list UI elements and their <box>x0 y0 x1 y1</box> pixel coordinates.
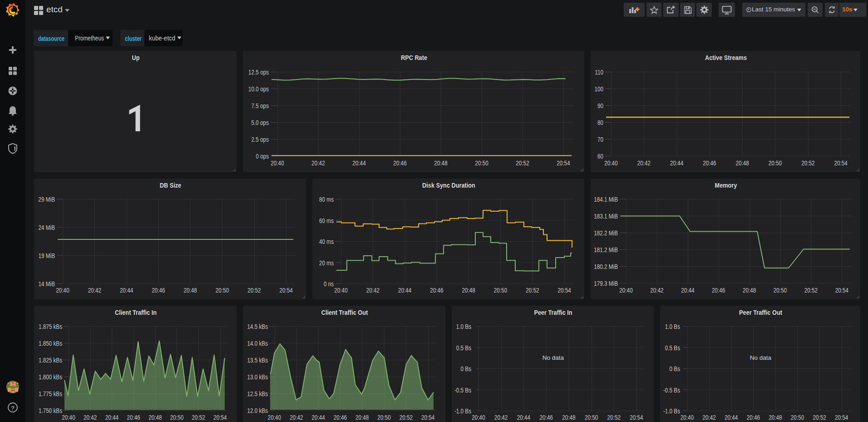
svg-text:20:50: 20:50 <box>475 159 488 167</box>
svg-text:20:48: 20:48 <box>355 413 369 421</box>
svg-text:20:44: 20:44 <box>398 286 411 294</box>
svg-text:0 Bs: 0 Bs <box>670 365 680 372</box>
svg-text:29 MiB: 29 MiB <box>39 195 55 203</box>
svg-text:Client Traffic Out: Client Traffic Out <box>321 309 368 316</box>
svg-text:5.0 ops: 5.0 ops <box>252 119 269 126</box>
svg-text:20:54: 20:54 <box>834 159 847 167</box>
svg-text:182.2 MiB: 182.2 MiB <box>594 229 618 237</box>
svg-text:181.2 MiB: 181.2 MiB <box>594 246 618 253</box>
svg-text:Memory: Memory <box>715 182 737 189</box>
svg-text:1.850 kBs: 1.850 kBs <box>39 339 62 347</box>
svg-text:20:52: 20:52 <box>801 159 814 167</box>
svg-text:20:46: 20:46 <box>127 413 140 421</box>
svg-text:80 ms: 80 ms <box>319 195 334 203</box>
svg-text:20:42: 20:42 <box>494 413 508 421</box>
svg-text:1.775 kBs: 1.775 kBs <box>39 390 62 397</box>
svg-text:No data: No data <box>542 354 564 361</box>
svg-text:14.5 kBs: 14.5 kBs <box>247 323 268 330</box>
svg-text:-1.0 Bs: -1.0 Bs <box>663 407 680 415</box>
svg-text:20:44: 20:44 <box>725 413 738 421</box>
svg-text:20:42: 20:42 <box>637 159 651 167</box>
svg-text:20:40: 20:40 <box>271 159 284 167</box>
svg-text:20:48: 20:48 <box>434 159 447 167</box>
svg-text:Client Traffic In: Client Traffic In <box>115 309 157 316</box>
svg-text:20:42: 20:42 <box>88 286 101 294</box>
svg-text:40 ms: 40 ms <box>319 238 334 245</box>
svg-text:100: 100 <box>595 85 604 93</box>
svg-text:20:40: 20:40 <box>268 413 281 421</box>
svg-text:60: 60 <box>597 152 603 160</box>
svg-text:184.1 MiB: 184.1 MiB <box>594 195 618 203</box>
svg-text:20:46: 20:46 <box>430 286 443 294</box>
svg-text:20:50: 20:50 <box>769 159 782 167</box>
svg-text:20:44: 20:44 <box>681 286 694 294</box>
svg-text:Peer Traffic Out: Peer Traffic Out <box>739 309 782 316</box>
svg-text:20:52: 20:52 <box>247 286 261 294</box>
svg-text:20:42: 20:42 <box>84 413 97 421</box>
svg-text:Peer Traffic In: Peer Traffic In <box>534 309 572 316</box>
svg-text:20:54: 20:54 <box>557 286 571 294</box>
svg-text:19 MiB: 19 MiB <box>39 252 55 259</box>
svg-text:20:46: 20:46 <box>334 413 347 421</box>
svg-text:cluster: cluster <box>125 35 142 42</box>
svg-text:Disk Sync Duration: Disk Sync Duration <box>422 182 475 189</box>
svg-text:20:46: 20:46 <box>703 159 716 167</box>
svg-text:20:44: 20:44 <box>105 413 118 421</box>
svg-text:183.1 MiB: 183.1 MiB <box>594 212 618 220</box>
svg-text:Up: Up <box>132 54 140 61</box>
svg-text:7.5 ops: 7.5 ops <box>252 102 269 109</box>
svg-text:20:50: 20:50 <box>585 413 598 421</box>
svg-text:20:50: 20:50 <box>774 286 787 294</box>
svg-text:0.5 Bs: 0.5 Bs <box>456 344 471 352</box>
svg-text:1.825 kBs: 1.825 kBs <box>39 356 62 364</box>
svg-text:24 MiB: 24 MiB <box>39 223 55 231</box>
svg-text:20:54: 20:54 <box>557 159 570 167</box>
svg-text:1.800 kBs: 1.800 kBs <box>39 373 62 381</box>
svg-text:20:48: 20:48 <box>736 159 749 167</box>
svg-text:20:42: 20:42 <box>650 286 663 294</box>
svg-text:110: 110 <box>595 68 603 76</box>
svg-text:20:52: 20:52 <box>813 413 826 421</box>
svg-text:20:40: 20:40 <box>604 159 617 167</box>
svg-text:No data: No data <box>750 354 772 361</box>
svg-text:20:44: 20:44 <box>352 159 365 167</box>
svg-text:20:54: 20:54 <box>630 413 643 421</box>
svg-text:20:48: 20:48 <box>769 413 782 421</box>
svg-text:80: 80 <box>597 119 603 126</box>
svg-text:Prometheus: Prometheus <box>75 34 104 42</box>
svg-text:20:52: 20:52 <box>804 286 818 294</box>
svg-text:20:54: 20:54 <box>835 413 848 421</box>
svg-text:179.3 MiB: 179.3 MiB <box>594 279 618 287</box>
svg-text:-1.0 Bs: -1.0 Bs <box>454 407 471 415</box>
svg-text:DB Size: DB Size <box>160 182 182 189</box>
svg-text:20:42: 20:42 <box>311 159 325 167</box>
svg-text:20:48: 20:48 <box>148 413 162 421</box>
svg-text:20:50: 20:50 <box>170 413 183 421</box>
svg-text:0 ops: 0 ops <box>256 152 269 160</box>
svg-text:90: 90 <box>597 102 603 109</box>
svg-text:13.0 kBs: 13.0 kBs <box>247 373 268 381</box>
svg-text:0 Bs: 0 Bs <box>461 365 471 372</box>
svg-text:1.0 Bs: 1.0 Bs <box>456 323 471 330</box>
svg-text:20:52: 20:52 <box>516 159 529 167</box>
svg-text:1.750 kBs: 1.750 kBs <box>39 407 62 414</box>
svg-text:14 MiB: 14 MiB <box>39 280 55 288</box>
svg-text:1.0 Bs: 1.0 Bs <box>665 323 680 330</box>
svg-text:12.5 ops: 12.5 ops <box>248 68 269 76</box>
svg-text:20:40: 20:40 <box>619 286 632 294</box>
svg-text:20:48: 20:48 <box>562 413 575 421</box>
svg-text:13.5 kBs: 13.5 kBs <box>247 356 268 364</box>
svg-text:20:54: 20:54 <box>421 413 434 421</box>
svg-text:20:52: 20:52 <box>607 413 621 421</box>
svg-text:20:52: 20:52 <box>192 413 205 421</box>
svg-text:RPC Rate: RPC Rate <box>401 54 427 61</box>
svg-text:20:54: 20:54 <box>213 413 227 421</box>
svg-text:0.5 Bs: 0.5 Bs <box>665 344 680 352</box>
svg-text:20:46: 20:46 <box>747 413 760 421</box>
svg-text:20:46: 20:46 <box>712 286 725 294</box>
svg-text:20:44: 20:44 <box>120 286 133 294</box>
svg-text:-0.5 Bs: -0.5 Bs <box>663 386 680 394</box>
svg-text:20:54: 20:54 <box>835 286 848 294</box>
svg-text:14.0 kBs: 14.0 kBs <box>247 339 268 347</box>
svg-text:20:48: 20:48 <box>184 286 197 294</box>
